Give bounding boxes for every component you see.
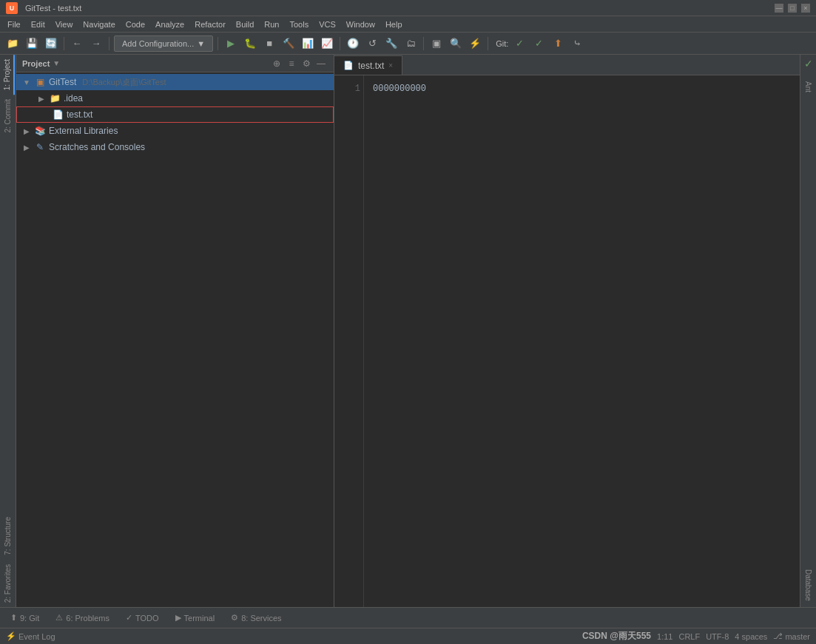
git-branch[interactable]: ⎇ master	[773, 631, 810, 641]
services-tab-label: 8: Services	[241, 614, 281, 623]
menu-code[interactable]: Code	[121, 18, 149, 30]
bottom-tab-terminal[interactable]: ▶ Terminal	[168, 611, 223, 624]
panel-hide-button[interactable]: —	[314, 57, 328, 70]
toolbar-build-button[interactable]: 🔨	[280, 35, 297, 52]
tree-item-test-txt[interactable]: 📄 test.txt	[16, 106, 334, 123]
toolbar-refresh-button[interactable]: 🔄	[43, 35, 59, 52]
tab-commit[interactable]: 2: Commit	[1, 95, 14, 138]
ant-label[interactable]: Ant	[803, 78, 814, 95]
git-pull-button[interactable]: ✓	[530, 35, 547, 52]
tree-item-scratches[interactable]: ▶ ✎ Scratches and Consoles	[16, 139, 334, 155]
toolbar-back-button[interactable]: ←	[69, 35, 85, 52]
test-txt-label: test.txt	[67, 109, 92, 120]
tab-structure[interactable]: 7: Structure	[1, 512, 14, 560]
toolbar-stop-button[interactable]: ■	[261, 35, 277, 52]
menu-tools[interactable]: Tools	[285, 18, 313, 30]
root-expand-icon[interactable]: ▼	[22, 78, 31, 87]
panel-dropdown-icon[interactable]: ▼	[53, 59, 60, 67]
line-numbers: 1	[334, 75, 364, 607]
toolbar-terminal-button[interactable]: ▣	[428, 35, 445, 52]
toolbar-separator-6	[488, 37, 488, 50]
scratches-expand-icon[interactable]: ▶	[22, 143, 31, 152]
bottom-tab-todo[interactable]: ✓ TODO	[118, 611, 166, 624]
tab-file-icon: 📄	[343, 61, 354, 70]
toolbar-settings-button[interactable]: 🔧	[383, 35, 399, 52]
menu-refactor[interactable]: Refactor	[190, 18, 230, 30]
tab-close-button[interactable]: ×	[388, 61, 393, 70]
window-title: GitTest - test.txt	[25, 4, 81, 13]
toolbar-run-button[interactable]: ▶	[223, 35, 239, 52]
project-panel-header: Project ▼ ⊕ ≡ ⚙ —	[16, 55, 334, 72]
menu-build[interactable]: Build	[232, 18, 258, 30]
idea-expand-icon[interactable]: ▶	[37, 94, 46, 103]
git-stash-button[interactable]: ⤷	[569, 35, 585, 52]
minimize-button[interactable]: —	[775, 4, 783, 13]
toolbar-forward-button[interactable]: →	[88, 35, 104, 52]
toolbar-revert-button[interactable]: ↺	[364, 35, 380, 52]
idea-folder-icon: 📁	[49, 92, 61, 104]
menu-help[interactable]: Help	[381, 18, 407, 30]
brand-label: CSDN @雨天555	[582, 630, 651, 643]
menu-run[interactable]: Run	[260, 18, 283, 30]
toolbar-debug-button[interactable]: 🐛	[242, 35, 258, 52]
bottom-tab-problems[interactable]: ⚠ 6: Problems	[48, 611, 117, 624]
menu-window[interactable]: Window	[342, 18, 380, 30]
toolbar-search-button[interactable]: 🔍	[448, 35, 464, 52]
menu-vcs[interactable]: VCS	[314, 18, 340, 30]
database-label[interactable]: Database	[803, 566, 814, 604]
menu-navigate[interactable]: Navigate	[78, 18, 119, 30]
add-configuration-button[interactable]: Add Configuration... ▼	[114, 35, 213, 52]
editor-code-area[interactable]: 0000000000	[364, 75, 800, 607]
indent-label[interactable]: 4 spaces	[735, 632, 767, 641]
extlibs-label: External Libraries	[49, 126, 118, 136]
bottom-tab-services[interactable]: ⚙ 8: Services	[223, 611, 289, 624]
toolbar-separator-5	[423, 37, 424, 50]
tree-root[interactable]: ▼ ▣ GitTest D:\Backup\桌面\GitTest	[16, 74, 334, 90]
project-panel-title: Project	[22, 59, 50, 68]
git-push-button[interactable]: ✓	[511, 35, 527, 52]
panel-settings-button[interactable]: ⚙	[300, 57, 313, 70]
tree-item-external-libs[interactable]: ▶ 📚 External Libraries	[16, 123, 334, 139]
problems-tab-label: 6: Problems	[66, 614, 109, 623]
git-fetch-button[interactable]: ⬆	[550, 35, 566, 52]
scratches-label: Scratches and Consoles	[49, 142, 145, 152]
menu-analyze[interactable]: Analyze	[151, 18, 189, 30]
toolbar-coverage-button[interactable]: 📊	[300, 35, 316, 52]
tree-item-idea[interactable]: ▶ 📁 .idea	[16, 90, 334, 106]
panel-collapse-button[interactable]: ≡	[285, 57, 298, 70]
bottom-tab-git[interactable]: ⬆ 9: Git	[3, 611, 47, 624]
toolbar-open-button[interactable]: 📁	[4, 35, 21, 52]
toolbar-vcs-history-button[interactable]: 🕐	[345, 35, 361, 52]
panel-add-button[interactable]: ⊕	[270, 57, 283, 70]
toolbar-separator-4	[340, 37, 340, 50]
toolbar-vcs-window-button[interactable]: 🗂	[402, 35, 419, 52]
close-button[interactable]: ×	[801, 4, 810, 13]
title-bar-left: U GitTest - test.txt	[6, 2, 81, 14]
todo-tab-icon: ✓	[126, 613, 132, 623]
toolbar-profile-button[interactable]: 📈	[319, 35, 335, 52]
line-ending[interactable]: CRLF	[678, 632, 700, 641]
editor-tab-test-txt[interactable]: 📄 test.txt ×	[334, 55, 402, 75]
event-log-item[interactable]: ⚡ Event Log	[6, 631, 55, 641]
extlibs-icon: 📚	[34, 125, 46, 137]
menu-file[interactable]: File	[3, 18, 25, 30]
menu-view[interactable]: View	[51, 18, 78, 30]
cursor-position[interactable]: 1:11	[657, 632, 672, 641]
title-bar: U GitTest - test.txt — □ ×	[0, 0, 816, 16]
editor-check-icon: ✓	[804, 58, 813, 70]
editor-tabs: 📄 test.txt ×	[334, 55, 800, 75]
app-logo: U	[6, 2, 18, 14]
window-controls[interactable]: — □ ×	[775, 4, 810, 13]
tab-project[interactable]: 1: Project	[1, 55, 15, 95]
extlibs-expand-icon[interactable]: ▶	[22, 126, 31, 135]
tab-favorites[interactable]: 2: Favorites	[1, 560, 14, 607]
problems-tab-icon: ⚠	[55, 613, 63, 623]
toolbar-save-button[interactable]: 💾	[24, 35, 40, 52]
toolbar-translate-button[interactable]: ⚡	[467, 35, 483, 52]
encoding-label[interactable]: UTF-8	[706, 632, 729, 641]
maximize-button[interactable]: □	[788, 4, 797, 13]
terminal-tab-label: Terminal	[184, 614, 215, 623]
menu-edit[interactable]: Edit	[27, 18, 50, 30]
toolbar-separator-1	[64, 37, 64, 50]
menu-bar: File Edit View Navigate Code Analyze Ref…	[0, 16, 816, 33]
